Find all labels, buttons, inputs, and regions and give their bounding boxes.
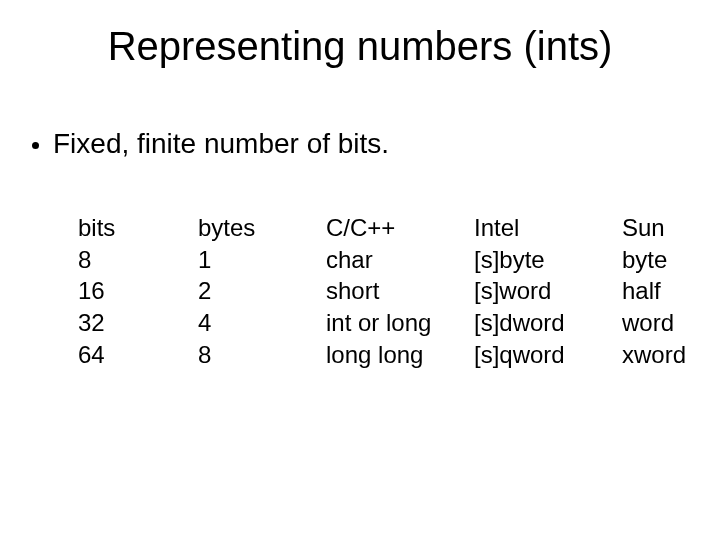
table-cell: 1 — [198, 244, 326, 276]
table-cell: 16 — [78, 275, 198, 307]
column-header: Sun — [622, 212, 712, 244]
table-cell: 32 — [78, 307, 198, 339]
bullet-text: Fixed, finite number of bits. — [53, 128, 389, 160]
column-header: Intel — [474, 212, 622, 244]
column-bytes: bytes 1 2 4 8 — [198, 212, 326, 370]
table-cell: 4 — [198, 307, 326, 339]
table-cell: 8 — [78, 244, 198, 276]
table-cell: 2 — [198, 275, 326, 307]
table-cell: short — [326, 275, 474, 307]
column-bits: bits 8 16 32 64 — [78, 212, 198, 370]
table-cell: 64 — [78, 339, 198, 371]
table-cell: int or long — [326, 307, 474, 339]
column-header: bytes — [198, 212, 326, 244]
table-cell: 8 — [198, 339, 326, 371]
column-header: C/C++ — [326, 212, 474, 244]
table-cell: [s]word — [474, 275, 622, 307]
table-cell: byte — [622, 244, 712, 276]
column-sun: Sun byte half word xword — [622, 212, 712, 370]
bullet-item: Fixed, finite number of bits. — [32, 128, 389, 160]
column-c-cpp: C/C++ char short int or long long long — [326, 212, 474, 370]
bullet-dot-icon — [32, 142, 39, 149]
column-header: bits — [78, 212, 198, 244]
table-cell: xword — [622, 339, 712, 371]
column-intel: Intel [s]byte [s]word [s]dword [s]qword — [474, 212, 622, 370]
table-cell: [s]dword — [474, 307, 622, 339]
table-cell: char — [326, 244, 474, 276]
table-cell: half — [622, 275, 712, 307]
data-table: bits 8 16 32 64 bytes 1 2 4 8 C/C++ char… — [78, 212, 712, 370]
table-cell: long long — [326, 339, 474, 371]
table-cell: word — [622, 307, 712, 339]
table-cell: [s]qword — [474, 339, 622, 371]
slide: Representing numbers (ints) Fixed, finit… — [0, 0, 720, 540]
table-cell: [s]byte — [474, 244, 622, 276]
page-title: Representing numbers (ints) — [0, 24, 720, 69]
